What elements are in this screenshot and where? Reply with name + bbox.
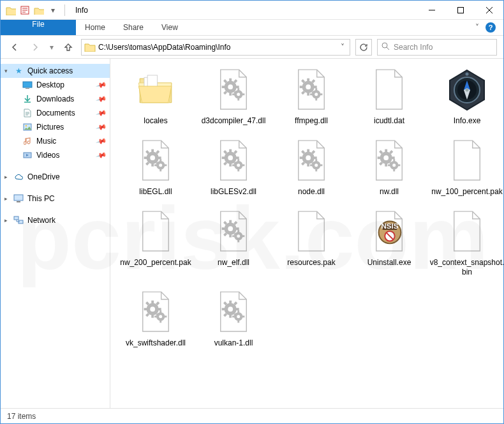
file-item[interactable]: libGLESv2.dll <box>196 137 271 197</box>
folder-icon <box>84 42 96 53</box>
sidebar-label: Videos <box>36 151 59 160</box>
ribbon-tab-share[interactable]: Share <box>114 20 152 35</box>
file-item[interactable]: icudtl.dat <box>352 66 427 126</box>
search-input[interactable]: Search Info <box>377 39 497 56</box>
file-list[interactable]: localesd3dcompiler_47.dllffmpeg.dllicudt… <box>110 59 503 408</box>
sidebar-item-downloads[interactable]: Downloads📌 <box>1 92 110 106</box>
ribbon-tab-file[interactable]: File <box>1 20 76 35</box>
file-name: libEGL.dll <box>139 187 172 197</box>
back-button[interactable] <box>7 40 22 55</box>
sidebar-label: OneDrive <box>27 172 60 181</box>
maximize-button[interactable] <box>446 1 475 19</box>
downloads-icon <box>22 94 33 104</box>
quick-access-toolbar: ▾ <box>1 4 73 16</box>
chevron-right-icon[interactable]: ▸ <box>4 195 8 202</box>
star-icon: ★ <box>13 66 24 76</box>
file-thumb <box>364 208 415 255</box>
item-count: 17 items <box>7 412 36 421</box>
sidebar-label: Music <box>36 137 56 146</box>
file-thumb <box>364 66 415 114</box>
file-name: nw.dll <box>380 187 399 197</box>
file-name: Info.exe <box>454 116 481 126</box>
file-thumb <box>130 208 181 255</box>
file-thumb <box>208 289 259 336</box>
file-name: nw_elf.dll <box>218 258 249 268</box>
file-item[interactable]: nw_100_percent.pak <box>429 137 503 197</box>
file-thumb <box>130 137 181 185</box>
sidebar-item-quick-access[interactable]: ▾ ★ Quick access <box>1 64 110 78</box>
file-item[interactable]: resources.pak <box>274 208 349 277</box>
sidebar-item-network[interactable]: ▸ Network <box>1 213 110 227</box>
svg-rect-44 <box>14 216 19 220</box>
file-item[interactable]: nw_elf.dll <box>196 208 271 277</box>
pin-icon: 📌 <box>96 135 108 147</box>
titlebar: ▾ Info <box>1 1 503 20</box>
chevron-right-icon[interactable]: ▸ <box>4 217 8 223</box>
properties-icon[interactable] <box>20 5 30 15</box>
sidebar-item-this-pc[interactable]: ▸ This PC <box>1 192 110 206</box>
new-folder-icon[interactable] <box>34 5 44 15</box>
forward-button[interactable] <box>27 40 43 55</box>
close-button[interactable] <box>475 1 503 19</box>
pin-icon: 📌 <box>96 149 108 161</box>
file-item[interactable]: nw_200_percent.pak <box>118 208 193 277</box>
address-dropdown-icon[interactable]: ˅ <box>338 43 347 52</box>
sidebar-item-videos[interactable]: Videos📌 <box>1 148 110 162</box>
minimize-button[interactable] <box>417 1 446 19</box>
ribbon-tab-home[interactable]: Home <box>76 20 114 35</box>
help-icon[interactable]: ? <box>485 22 496 33</box>
sidebar-label: Downloads <box>36 95 74 103</box>
file-item[interactable]: d3dcompiler_47.dll <box>196 66 271 126</box>
sidebar-label: Quick access <box>27 66 73 75</box>
file-item[interactable]: v8_context_snapshot.bin <box>429 208 503 277</box>
file-item[interactable]: locales <box>118 66 193 126</box>
cloud-icon <box>13 172 24 182</box>
svg-line-36 <box>387 47 389 50</box>
file-item[interactable]: node.dll <box>274 137 349 197</box>
sidebar-item-documents[interactable]: Documents📌 <box>1 106 110 120</box>
music-icon <box>22 136 33 146</box>
svg-point-40 <box>26 125 27 126</box>
file-item[interactable]: nw.dll <box>352 137 427 197</box>
up-button[interactable] <box>61 40 76 55</box>
qat-dropdown-icon[interactable]: ▾ <box>48 5 58 15</box>
recent-dropdown-icon[interactable]: ▾ <box>48 40 56 55</box>
file-thumb <box>364 137 415 185</box>
videos-icon <box>22 150 33 160</box>
file-thumb <box>208 66 259 114</box>
sidebar-item-music[interactable]: Music📌 <box>1 134 110 148</box>
svg-rect-37 <box>23 82 32 87</box>
pin-icon: 📌 <box>96 107 108 119</box>
chevron-right-icon[interactable]: ▸ <box>4 174 8 180</box>
file-name: resources.pak <box>287 258 335 268</box>
file-name: icudtl.dat <box>374 116 404 126</box>
pin-icon: 📌 <box>96 79 108 91</box>
sidebar-item-pictures[interactable]: Pictures📌 <box>1 120 110 134</box>
sidebar-label: Pictures <box>36 123 64 132</box>
navigation-pane[interactable]: ▾ ★ Quick access Desktop📌Downloads📌Docum… <box>1 59 110 408</box>
file-item[interactable]: Info.exe <box>429 66 503 126</box>
sidebar-label: Desktop <box>36 80 64 89</box>
chevron-down-icon[interactable]: ▾ <box>4 68 8 74</box>
sidebar-item-onedrive[interactable]: ▸ OneDrive <box>1 170 110 184</box>
address-bar[interactable]: C:\Users\tomas\AppData\Roaming\Info ˅ <box>81 39 350 56</box>
ribbon-expand-icon[interactable]: ˅ <box>475 23 479 32</box>
address-text[interactable]: C:\Users\tomas\AppData\Roaming\Info <box>98 43 338 52</box>
svg-rect-43 <box>17 201 20 202</box>
file-item[interactable]: libEGL.dll <box>118 137 193 197</box>
pin-icon: 📌 <box>96 121 108 133</box>
file-item[interactable]: vk_swiftshader.dll <box>118 289 193 348</box>
sidebar-item-desktop[interactable]: Desktop📌 <box>1 78 110 92</box>
ribbon-tab-view[interactable]: View <box>152 20 187 35</box>
window-controls <box>417 1 503 19</box>
sidebar-label: Documents <box>36 109 75 117</box>
file-name: d3dcompiler_47.dll <box>202 116 266 126</box>
network-icon <box>13 215 24 225</box>
file-item[interactable]: Uninstall.exe <box>352 208 427 277</box>
svg-rect-38 <box>26 88 29 89</box>
status-bar: 17 items <box>1 408 503 423</box>
file-item[interactable]: ffmpeg.dll <box>274 66 349 126</box>
desktop-icon <box>22 80 33 90</box>
refresh-button[interactable] <box>355 39 372 56</box>
file-item[interactable]: vulkan-1.dll <box>196 289 271 348</box>
